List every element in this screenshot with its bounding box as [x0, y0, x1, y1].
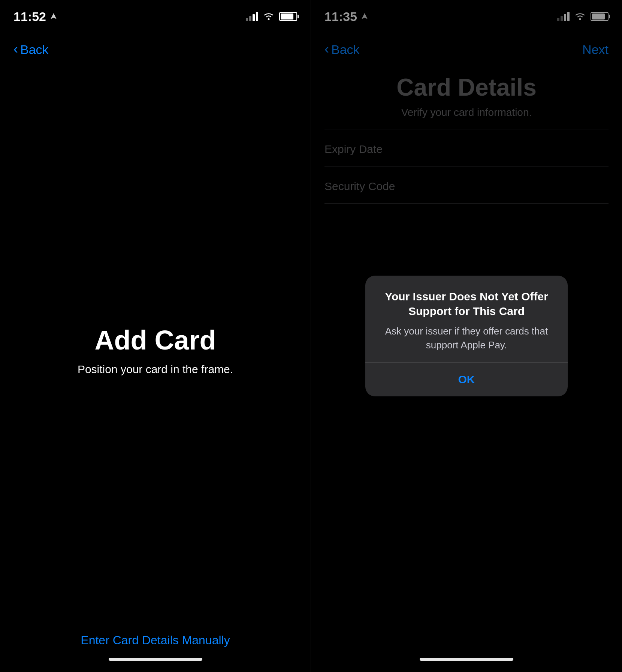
left-time-text: 11:52	[13, 9, 46, 24]
enter-manually-button[interactable]: Enter Card Details Manually	[81, 633, 230, 647]
left-back-button[interactable]: ‹ Back	[13, 42, 49, 57]
battery-icon	[279, 12, 297, 21]
left-status-bar: 11:52	[0, 0, 311, 33]
left-bottom-area: Enter Card Details Manually	[0, 633, 311, 672]
signal-icon	[246, 12, 258, 21]
dialog-divider	[365, 362, 568, 363]
wifi-icon	[263, 12, 275, 21]
dialog-overlay: Your Issuer Does Not Yet Offer Support f…	[311, 0, 622, 672]
left-back-label: Back	[20, 42, 49, 57]
issuer-dialog: Your Issuer Does Not Yet Offer Support f…	[365, 276, 568, 396]
add-card-title: Add Card	[95, 325, 216, 356]
back-chevron-icon: ‹	[13, 42, 18, 56]
dialog-message: Ask your issuer if they offer cards that…	[379, 324, 554, 352]
add-card-subtitle: Position your card in the frame.	[78, 363, 233, 376]
dialog-title: Your Issuer Does Not Yet Offer Support f…	[379, 289, 554, 318]
home-indicator	[109, 658, 202, 661]
right-bottom-area	[311, 658, 622, 672]
left-main-content: Add Card Position your card in the frame…	[0, 66, 311, 672]
right-screen: 11:35 ‹	[311, 0, 622, 672]
left-screen: 11:52 ‹	[0, 0, 311, 672]
right-home-indicator	[420, 658, 513, 661]
left-nav-bar: ‹ Back	[0, 33, 311, 66]
left-time: 11:52	[13, 9, 57, 24]
location-icon	[50, 12, 57, 21]
dialog-ok-button[interactable]: OK	[365, 363, 568, 396]
dialog-body: Your Issuer Does Not Yet Offer Support f…	[365, 276, 568, 362]
svg-point-0	[268, 18, 270, 20]
dialog-ok-label: OK	[458, 373, 475, 386]
left-status-icons	[246, 12, 297, 21]
